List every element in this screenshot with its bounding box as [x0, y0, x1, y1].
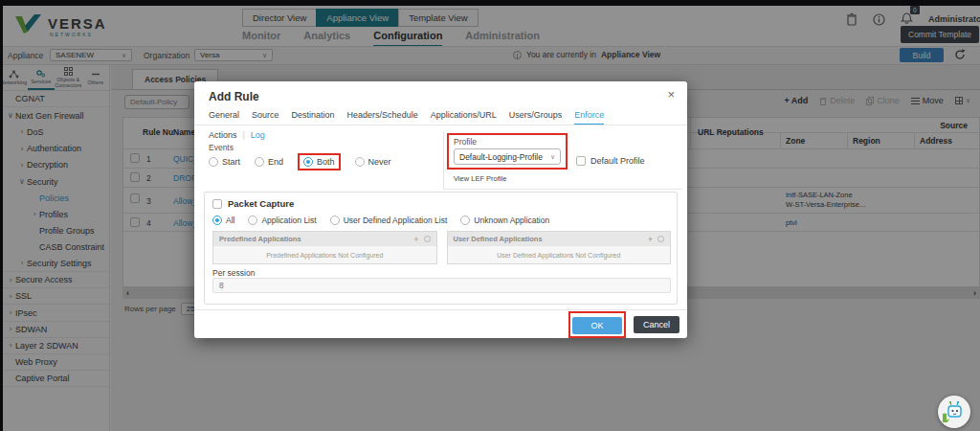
log-link[interactable]: Log — [251, 130, 265, 140]
user-defined-applications-panel: User Defined Applications + User Defined… — [447, 231, 672, 264]
radio-user-defined-application-list[interactable]: User Defined Application List — [330, 216, 448, 225]
robot-icon — [943, 401, 966, 422]
radio-icon — [460, 216, 470, 225]
predefined-applications-panel: Predefined Applications + Predefined App… — [212, 231, 437, 264]
default-profile-option[interactable]: Default Profile — [576, 156, 645, 166]
radio-unknown-application[interactable]: Unknown Application — [460, 216, 549, 225]
tab-users-groups[interactable]: Users/Groups — [509, 110, 563, 125]
profile-annotation-box: Profile Default-Logging-Profile ∨ — [447, 133, 568, 170]
tab-general[interactable]: General — [209, 110, 239, 125]
profile-panel: Profile Default-Logging-Profile ∨ View L… — [443, 131, 682, 190]
per-session-input[interactable] — [212, 278, 671, 293]
packet-capture-toggle[interactable]: Packet Capture — [212, 198, 294, 209]
packet-capture-radio-group: All Application List User Defined Applic… — [212, 216, 549, 225]
events-radio-group: Start End Both Never — [209, 153, 391, 170]
tab-destination[interactable]: Destination — [292, 110, 335, 125]
window-top-strip — [0, 0, 980, 6]
actions-log-row: Actions | Log — [209, 130, 265, 140]
radio-icon — [248, 216, 257, 225]
per-session-label: Per session — [212, 268, 255, 278]
radio-icon — [355, 157, 365, 167]
user-defined-applications-title: User Defined Applications — [454, 235, 543, 243]
actions-label: Actions — [209, 130, 237, 140]
modal-title: Add Rule — [209, 90, 259, 103]
profile-select[interactable]: Default-Logging-Profile ∨ — [454, 148, 561, 165]
radio-icon — [255, 157, 264, 167]
view-lef-profile-link[interactable]: View LEF Profile — [454, 174, 506, 183]
predefined-applications-title: Predefined Applications — [219, 235, 301, 243]
close-icon[interactable]: × — [667, 87, 675, 102]
tab-headers-schedule[interactable]: Headers/Schedule — [347, 110, 418, 125]
radio-icon — [330, 216, 340, 225]
chat-assistant-button[interactable] — [938, 396, 970, 428]
chevron-down-icon: ∨ — [550, 153, 555, 161]
window-left-strip — [0, 0, 3, 431]
radio-selected-icon — [212, 216, 222, 225]
tab-source[interactable]: Source — [252, 110, 279, 125]
radio-both[interactable]: Both — [298, 153, 341, 170]
user-defined-applications-empty-text: User Defined Applications Not Configured — [448, 246, 671, 263]
app-window: VERSA NETWORKS Director View Appliance V… — [0, 0, 980, 431]
ok-button[interactable]: OK — [572, 317, 622, 334]
plus-icon[interactable]: + — [648, 235, 653, 244]
tab-enforce[interactable]: Enforce — [574, 110, 604, 125]
cancel-button[interactable]: Cancel — [634, 316, 679, 333]
add-rule-modal: Add Rule × General Source Destination He… — [194, 81, 687, 338]
events-label: Events — [209, 143, 234, 152]
modal-tabs: General Source Destination Headers/Sched… — [209, 110, 604, 125]
radio-application-list[interactable]: Application List — [248, 216, 316, 225]
radio-end[interactable]: End — [255, 157, 283, 167]
radio-icon — [209, 157, 218, 167]
checkbox-icon — [576, 156, 586, 166]
checkbox-icon — [212, 199, 222, 209]
tab-applications-url[interactable]: Applications/URL — [431, 110, 497, 125]
plus-icon[interactable]: + — [413, 235, 418, 244]
packet-capture-section: Packet Capture All Application List User… — [204, 192, 678, 305]
predefined-applications-empty-text: Predefined Applications Not Configured — [213, 246, 436, 263]
radio-never[interactable]: Never — [355, 157, 391, 167]
ok-annotation-box: OK — [568, 311, 626, 338]
application-panels: Predefined Applications + Predefined App… — [212, 231, 671, 264]
profile-select-value: Default-Logging-Profile — [459, 152, 543, 162]
radio-start[interactable]: Start — [209, 157, 240, 167]
refresh-icon[interactable] — [424, 236, 431, 242]
modal-footer: OK Cancel — [194, 309, 687, 338]
radio-all[interactable]: All — [212, 216, 234, 225]
divider: | — [243, 130, 245, 140]
radio-selected-icon — [303, 157, 313, 167]
profile-label: Profile — [454, 137, 561, 147]
refresh-icon[interactable] — [657, 236, 664, 242]
